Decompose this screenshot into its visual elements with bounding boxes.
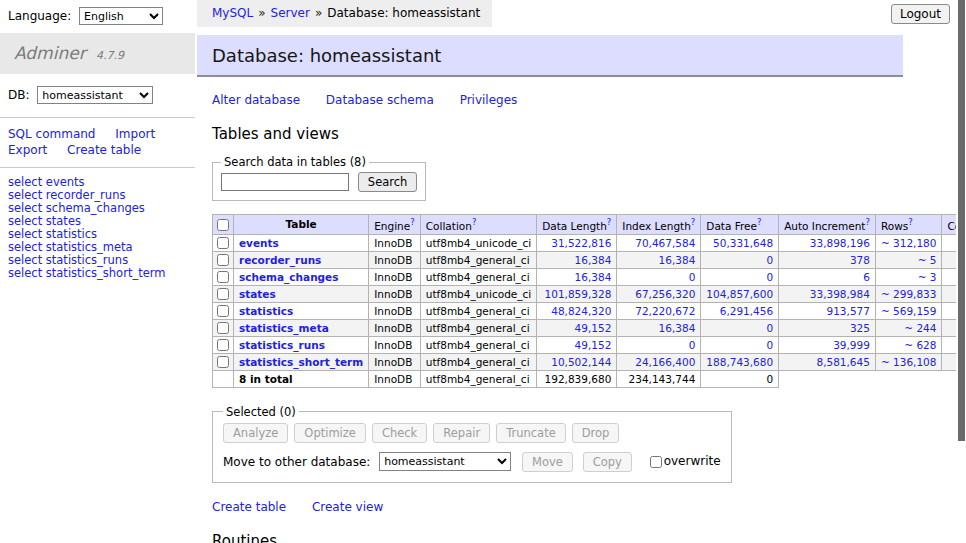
privileges-link[interactable]: Privileges	[460, 93, 518, 107]
column-help-link[interactable]: ?	[410, 217, 415, 227]
data-free-link[interactable]: 0	[766, 254, 773, 266]
row-checkbox[interactable]	[217, 288, 229, 300]
index-length-link[interactable]: 24,166,400	[635, 356, 695, 368]
repair-button[interactable]: Repair	[433, 423, 490, 443]
data-length-link[interactable]: 16,384	[575, 271, 612, 283]
logout-button[interactable]: Logout	[891, 4, 950, 24]
data-free-link[interactable]: 0	[766, 322, 773, 334]
table-name-link[interactable]: states	[239, 288, 276, 300]
sidebar-table-link[interactable]: select schema_changes	[8, 201, 145, 215]
column-help-link[interactable]: ?	[691, 217, 696, 227]
column-help-link[interactable]: ?	[607, 217, 612, 227]
select-all-checkbox[interactable]	[217, 219, 229, 231]
auto-increment-link[interactable]: 325	[850, 322, 870, 334]
index-length-link[interactable]: 16,384	[659, 322, 696, 334]
alter-database-link[interactable]: Alter database	[212, 93, 300, 107]
sidebar-table-link[interactable]: select statistics_runs	[8, 253, 128, 267]
language-select[interactable]: English	[79, 7, 163, 25]
auto-increment-link[interactable]: 33,398,984	[810, 288, 870, 300]
data-length-link[interactable]: 31,522,816	[551, 237, 611, 249]
table-name-link[interactable]: statistics_short_term	[239, 356, 363, 368]
move-button[interactable]: Move	[522, 452, 573, 472]
breadcrumb-server-link[interactable]: Server	[271, 6, 310, 20]
data-length-link[interactable]: 49,152	[575, 339, 612, 351]
rows-link[interactable]: ~ 136,108	[881, 356, 937, 368]
sidebar-link-import[interactable]: Import	[115, 126, 155, 142]
auto-increment-link[interactable]: 8,581,645	[816, 356, 869, 368]
column-help-link[interactable]: ?	[757, 217, 762, 227]
move-database-select[interactable]: homeassistant	[379, 452, 511, 471]
data-free-link[interactable]: 50,331,648	[713, 237, 773, 249]
index-length-link[interactable]: 67,256,320	[635, 288, 695, 300]
sidebar-link-export[interactable]: Export	[8, 142, 47, 158]
copy-button[interactable]: Copy	[583, 452, 632, 472]
table-name-link[interactable]: statistics	[239, 305, 293, 317]
auto-increment-link[interactable]: 378	[850, 254, 870, 266]
data-free-link[interactable]: 6,291,456	[720, 305, 773, 317]
index-length-link[interactable]: 0	[689, 339, 696, 351]
table-name-link[interactable]: schema_changes	[239, 271, 339, 283]
data-free-link[interactable]: 0	[766, 271, 773, 283]
rows-link[interactable]: ~ 312,180	[881, 237, 937, 249]
optimize-button[interactable]: Optimize	[294, 423, 366, 443]
index-length-link[interactable]: 16,384	[659, 254, 696, 266]
data-free-link[interactable]: 188,743,680	[706, 356, 773, 368]
data-length-link[interactable]: 10,502,144	[551, 356, 611, 368]
truncate-button[interactable]: Truncate	[496, 423, 566, 443]
app-name: Adminer	[14, 43, 86, 63]
db-select[interactable]: homeassistant	[37, 86, 153, 104]
sidebar-table-link[interactable]: select statistics	[8, 227, 97, 241]
drop-button[interactable]: Drop	[572, 423, 620, 443]
sidebar-table-link[interactable]: select recorder_runs	[8, 188, 125, 202]
data-free-link[interactable]: 0	[766, 339, 773, 351]
column-help-link[interactable]: ?	[865, 217, 870, 227]
breadcrumb-mysql-link[interactable]: MySQL	[212, 6, 253, 20]
row-checkbox[interactable]	[217, 254, 229, 266]
row-checkbox[interactable]	[217, 305, 229, 317]
check-button[interactable]: Check	[372, 423, 427, 443]
sidebar-table-link[interactable]: select states	[8, 214, 81, 228]
database-schema-link[interactable]: Database schema	[326, 93, 434, 107]
analyze-button[interactable]: Analyze	[223, 423, 288, 443]
rows-link[interactable]: ~ 299,833	[881, 288, 937, 300]
data-length-link[interactable]: 101,859,328	[545, 288, 612, 300]
search-input[interactable]	[221, 173, 349, 191]
row-checkbox[interactable]	[217, 339, 229, 351]
sidebar-link-create-table[interactable]: Create table	[67, 142, 141, 158]
row-checkbox[interactable]	[217, 271, 229, 283]
auto-increment-link[interactable]: 913,577	[827, 305, 870, 317]
row-checkbox[interactable]	[217, 356, 229, 368]
auto-increment-link[interactable]: 39,999	[833, 339, 870, 351]
create-table-link[interactable]: Create table	[212, 500, 286, 514]
rows-link[interactable]: ~ 244	[904, 322, 936, 334]
rows-link[interactable]: ~ 628	[904, 339, 936, 351]
rows-link[interactable]: ~ 569,159	[881, 305, 937, 317]
sidebar-table-link[interactable]: select statistics_meta	[8, 240, 133, 254]
table-name-link[interactable]: statistics_runs	[239, 339, 325, 351]
index-length-link[interactable]: 70,467,584	[635, 237, 695, 249]
column-help-link[interactable]: ?	[472, 217, 477, 227]
index-length-link[interactable]: 0	[689, 271, 696, 283]
create-view-link[interactable]: Create view	[312, 500, 383, 514]
index-length-link[interactable]: 72,220,672	[635, 305, 695, 317]
auto-increment-link[interactable]: 33,898,196	[810, 237, 870, 249]
search-button[interactable]: Search	[358, 172, 418, 192]
table-name-link[interactable]: recorder_runs	[239, 254, 321, 266]
sidebar-table-link[interactable]: select statistics_short_term	[8, 266, 165, 280]
scrollbar-thumb[interactable]	[958, 0, 965, 441]
overwrite-checkbox[interactable]	[650, 456, 662, 468]
auto-increment-link[interactable]: 6	[863, 271, 870, 283]
data-length-link[interactable]: 49,152	[575, 322, 612, 334]
data-length-link[interactable]: 48,824,320	[551, 305, 611, 317]
row-checkbox[interactable]	[217, 237, 229, 249]
column-help-link[interactable]: ?	[908, 217, 913, 227]
rows-link[interactable]: ~ 3	[918, 271, 937, 283]
row-checkbox[interactable]	[217, 322, 229, 334]
sidebar-table-link[interactable]: select events	[8, 175, 85, 189]
table-name-link[interactable]: statistics_meta	[239, 322, 329, 334]
data-free-link[interactable]: 104,857,600	[706, 288, 773, 300]
rows-link[interactable]: ~ 5	[918, 254, 937, 266]
sidebar-link-sql-command[interactable]: SQL command	[8, 126, 95, 142]
table-name-link[interactable]: events	[239, 237, 279, 249]
data-length-link[interactable]: 16,384	[575, 254, 612, 266]
